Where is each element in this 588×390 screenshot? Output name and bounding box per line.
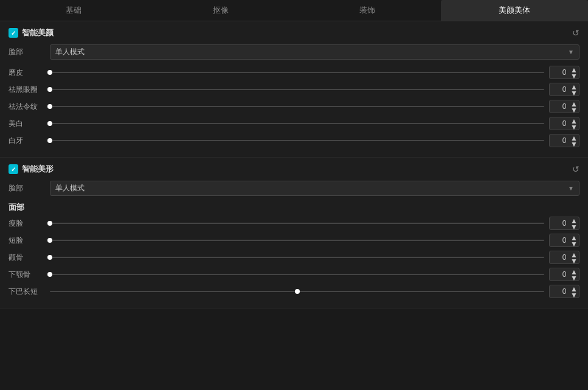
section2-face-mode: 单人模式 xyxy=(55,183,85,193)
s2-num-box-2: 0 ▲ ▼ xyxy=(549,251,579,264)
num-arrows-3: ▲ ▼ xyxy=(570,118,578,130)
section1-header: ✓ 智能美颜 ↺ xyxy=(9,27,579,38)
section2-face-label: 脸部 xyxy=(9,183,45,193)
section1-checkbox[interactable]: ✓ xyxy=(9,28,18,38)
slider-thumb-1[interactable] xyxy=(47,87,52,92)
s2-slider-thumb-4[interactable] xyxy=(295,289,300,294)
slider-label-0: 磨皮 xyxy=(9,68,45,78)
slider-label-3: 美白 xyxy=(9,119,45,129)
s2-slider-track-3 xyxy=(50,274,544,275)
section1-face-row: 脸部 单人模式 ▼ xyxy=(9,44,579,60)
s2-slider-label-1: 短脸 xyxy=(9,235,45,246)
num-value-0: 0 xyxy=(562,68,567,77)
s2-slider-track-wrap-2[interactable] xyxy=(50,256,544,259)
s2-num-down-0[interactable]: ▼ xyxy=(570,224,578,230)
s2-slider-row-4: 下巴长短 0 ▲ ▼ xyxy=(9,285,579,298)
s2-num-value-0: 0 xyxy=(562,219,567,228)
s2-num-value-4: 0 xyxy=(562,287,567,296)
num-box-3: 0 ▲ ▼ xyxy=(549,117,579,130)
s2-num-value-2: 0 xyxy=(562,253,567,262)
num-box-1: 0 ▲ ▼ xyxy=(549,83,579,96)
slider-track-wrap-3[interactable] xyxy=(50,122,544,125)
slider-track-wrap-0[interactable] xyxy=(50,71,544,74)
slider-row-4: 白牙 0 ▲ ▼ xyxy=(9,134,579,147)
slider-track-wrap-1[interactable] xyxy=(50,88,544,91)
s2-num-box-3: 0 ▲ ▼ xyxy=(549,268,579,281)
num-arrows-0: ▲ ▼ xyxy=(570,67,578,79)
slider-row-2: 祛法令纹 0 ▲ ▼ xyxy=(9,100,579,113)
section1-reset-icon[interactable]: ↺ xyxy=(572,28,579,38)
s2-num-arrows-4: ▲ ▼ xyxy=(570,286,578,298)
s2-slider-label-4: 下巴长短 xyxy=(9,287,45,297)
section1-face-select[interactable]: 单人模式 ▼ xyxy=(50,44,579,60)
s2-slider-thumb-0[interactable] xyxy=(47,221,52,226)
slider-thumb-0[interactable] xyxy=(47,70,52,75)
s2-slider-row-3: 下颚骨 0 ▲ ▼ xyxy=(9,268,579,281)
slider-track-wrap-2[interactable] xyxy=(50,105,544,108)
s2-num-down-2[interactable]: ▼ xyxy=(570,258,578,264)
section1-face-label: 脸部 xyxy=(9,47,45,57)
s2-slider-label-0: 瘦脸 xyxy=(9,218,45,229)
section2-checkbox[interactable]: ✓ xyxy=(9,164,18,174)
num-down-3[interactable]: ▼ xyxy=(570,124,578,130)
section2-sub-label: 面部 xyxy=(9,202,579,213)
s2-num-box-4: 0 ▲ ▼ xyxy=(549,285,579,298)
section2-face-select[interactable]: 单人模式 ▼ xyxy=(50,181,579,196)
slider-thumb-3[interactable] xyxy=(47,121,52,126)
slider-label-2: 祛法令纹 xyxy=(9,102,45,112)
beauty-face-section: ✓ 智能美颜 ↺ 脸部 单人模式 ▼ 磨皮 0 ▲ ▼ 祛黑眼圈 xyxy=(0,21,588,158)
s2-slider-track-wrap-3[interactable] xyxy=(50,273,544,276)
s2-slider-row-2: 颧骨 0 ▲ ▼ xyxy=(9,251,579,264)
num-down-1[interactable]: ▼ xyxy=(570,90,578,96)
s2-slider-thumb-1[interactable] xyxy=(47,238,52,243)
s2-slider-thumb-2[interactable] xyxy=(47,255,52,260)
section2-label: 智能美形 xyxy=(22,164,54,175)
section2-header: ✓ 智能美形 ↺ xyxy=(9,164,579,175)
tab-keying[interactable]: 抠像 xyxy=(147,0,294,21)
s2-num-down-1[interactable]: ▼ xyxy=(570,241,578,247)
num-value-1: 0 xyxy=(562,85,567,94)
section1-label: 智能美颜 xyxy=(22,27,54,38)
slider-track-4 xyxy=(50,140,544,141)
section2-face-row: 脸部 单人模式 ▼ xyxy=(9,181,579,196)
s2-slider-track-1 xyxy=(50,240,544,241)
num-box-2: 0 ▲ ▼ xyxy=(549,100,579,113)
tab-bar: 基础 抠像 装饰 美颜美体 xyxy=(0,0,588,21)
slider-track-2 xyxy=(50,106,544,107)
s2-num-arrows-2: ▲ ▼ xyxy=(570,252,578,264)
slider-thumb-4[interactable] xyxy=(47,138,52,143)
s2-slider-thumb-3[interactable] xyxy=(47,272,52,277)
section1-title: ✓ 智能美颜 xyxy=(9,27,54,38)
slider-label-4: 白牙 xyxy=(9,136,45,146)
num-arrows-1: ▲ ▼ xyxy=(570,84,578,96)
beauty-shape-section: ✓ 智能美形 ↺ 脸部 单人模式 ▼ 面部 瘦脸 0 ▲ ▼ 短脸 xyxy=(0,158,588,308)
slider-thumb-2[interactable] xyxy=(47,104,52,109)
tab-decor[interactable]: 装饰 xyxy=(294,0,441,21)
slider-track-wrap-4[interactable] xyxy=(50,139,544,142)
s2-num-down-4[interactable]: ▼ xyxy=(570,292,578,298)
tab-beauty[interactable]: 美颜美体 xyxy=(441,0,588,21)
section2-reset-icon[interactable]: ↺ xyxy=(572,164,579,174)
s2-num-box-1: 0 ▲ ▼ xyxy=(549,234,579,247)
s2-num-value-3: 0 xyxy=(562,270,567,279)
s2-slider-label-2: 颧骨 xyxy=(9,252,45,263)
section1-chevron-icon: ▼ xyxy=(568,49,574,55)
num-value-2: 0 xyxy=(562,102,567,111)
section1-face-mode: 单人模式 xyxy=(55,47,85,57)
s2-num-down-3[interactable]: ▼ xyxy=(570,275,578,281)
tab-basic[interactable]: 基础 xyxy=(0,0,147,21)
slider-row-3: 美白 0 ▲ ▼ xyxy=(9,117,579,130)
num-down-0[interactable]: ▼ xyxy=(570,73,578,79)
num-box-0: 0 ▲ ▼ xyxy=(549,66,579,79)
s2-num-box-0: 0 ▲ ▼ xyxy=(549,217,579,230)
s2-slider-track-wrap-4[interactable] xyxy=(50,290,544,293)
slider-track-0 xyxy=(50,72,544,73)
slider-label-1: 祛黑眼圈 xyxy=(9,85,45,95)
s2-slider-row-0: 瘦脸 0 ▲ ▼ xyxy=(9,217,579,230)
slider-track-3 xyxy=(50,123,544,124)
s2-slider-track-wrap-1[interactable] xyxy=(50,239,544,242)
s2-slider-track-wrap-0[interactable] xyxy=(50,222,544,225)
num-down-4[interactable]: ▼ xyxy=(570,141,578,147)
num-box-4: 0 ▲ ▼ xyxy=(549,134,579,147)
num-down-2[interactable]: ▼ xyxy=(570,107,578,113)
